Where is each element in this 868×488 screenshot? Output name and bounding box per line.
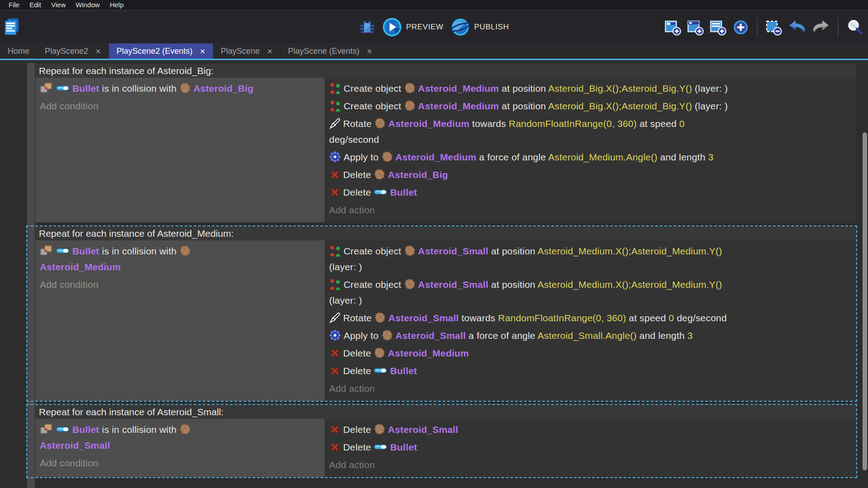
asteroid-icon (404, 278, 415, 290)
tab-playscene-events[interactable]: PlayScene (Events)✕ (280, 43, 380, 59)
tab-label: PlayScene2 (Events) (117, 47, 193, 56)
asteroid-icon (404, 245, 415, 257)
instruction-text: (layer: ) (692, 101, 728, 111)
instruction-text: Apply to (344, 330, 382, 341)
create-object-icon (329, 278, 341, 291)
action-row[interactable]: Delete Bullet (329, 438, 852, 456)
add-event-icon[interactable] (665, 19, 681, 36)
tab-close-icon[interactable]: ✕ (200, 48, 206, 55)
action-row[interactable]: Delete Asteroid_Small (329, 421, 852, 438)
instruction-text: Delete (343, 348, 374, 358)
events-list: Repeat for each instance of Asteroid_Big… (26, 63, 857, 478)
asteroid-icon (374, 347, 385, 359)
menu-item-help[interactable]: Help (105, 0, 129, 10)
instruction-text: at position (499, 83, 548, 94)
add-action-button[interactable]: Add action (329, 380, 852, 397)
instruction-text: Delete (343, 442, 374, 452)
actions-panel: Delete Asteroid_SmallDelete BulletAdd ac… (325, 419, 856, 477)
action-row[interactable]: Apply to Asteroid_Medium a force of angl… (329, 148, 852, 166)
toolbar-separator (838, 18, 839, 37)
asteroid-icon (179, 423, 191, 435)
object-name: Asteroid_Medium (396, 152, 476, 162)
menu-item-window[interactable]: Window (71, 0, 104, 10)
instruction-text: Create object (344, 101, 404, 111)
bullet-icon (374, 367, 387, 374)
tab-home[interactable]: Home (0, 43, 37, 59)
conditions-panel: Bullet is in collision with Asteroid_Big… (35, 78, 325, 222)
condition-row[interactable]: Bullet is in collision with Asteroid_Med… (40, 242, 320, 276)
rotate-icon (329, 118, 340, 129)
force-icon (329, 151, 341, 163)
toolbar-separator (757, 18, 758, 37)
asteroid-icon (382, 329, 393, 341)
add-condition-button[interactable]: Add condition (40, 276, 320, 293)
instruction-text: Delete (343, 169, 374, 180)
action-row[interactable]: Delete Asteroid_Medium (329, 344, 852, 362)
scrollbar-thumb[interactable] (863, 132, 867, 470)
object-name: Asteroid_Small (418, 246, 489, 256)
add-comment-icon[interactable] (710, 19, 726, 36)
tab-playscene[interactable]: PlayScene✕ (213, 43, 280, 59)
add-action-button[interactable]: Add action (329, 456, 852, 474)
object-name: Asteroid_Small (388, 424, 458, 435)
action-row[interactable]: Delete Bullet (329, 183, 852, 201)
expression-value: 3 (708, 152, 713, 162)
publish-button[interactable]: PUBLISH (451, 18, 509, 37)
expression-value: 0 (679, 118, 685, 129)
asteroid-icon (404, 100, 415, 112)
event-block[interactable]: Repeat for each instance of Asteroid_Sma… (26, 404, 857, 478)
action-row[interactable]: Rotate Asteroid_Medium towards RandomFlo… (329, 115, 852, 148)
action-row[interactable]: Apply to Asteroid_Small a force of angle… (329, 327, 852, 344)
tab-close-icon[interactable]: ✕ (267, 48, 273, 55)
remove-selection-icon[interactable] (765, 19, 782, 36)
action-row[interactable]: Rotate Asteroid_Small towards RandomFloa… (329, 309, 852, 327)
instruction-text: Apply to (344, 152, 382, 162)
event-block[interactable]: Repeat for each instance of Asteroid_Big… (26, 63, 857, 223)
menu-item-edit[interactable]: Edit (24, 0, 46, 10)
object-name: Bullet (72, 246, 99, 256)
action-row[interactable]: Delete Asteroid_Big (329, 166, 852, 183)
menu-item-file[interactable]: File (4, 0, 24, 10)
instruction-text: is in collision with (99, 83, 179, 94)
add-condition-button[interactable]: Add condition (40, 454, 320, 472)
add-subevent-icon[interactable] (687, 19, 704, 36)
debug-icon[interactable] (359, 19, 375, 35)
undo-icon[interactable] (788, 19, 806, 35)
action-row[interactable]: Create object Asteroid_Medium at positio… (329, 97, 852, 115)
instruction-text: at position (488, 246, 538, 256)
force-icon (329, 329, 341, 341)
instruction-text: at speed (637, 118, 679, 129)
object-name: Asteroid_Small (396, 330, 466, 341)
event-repeat-header[interactable]: Repeat for each instance of Asteroid_Sma… (35, 405, 856, 419)
preview-button[interactable]: PREVIEW (382, 18, 443, 37)
choose-event-icon[interactable] (732, 19, 749, 36)
action-row[interactable]: Create object Asteroid_Small at position… (329, 276, 852, 309)
expression-value: Asteroid_Medium.X();Asteroid_Medium.Y() (538, 246, 722, 256)
add-condition-button[interactable]: Add condition (40, 97, 320, 115)
collision-icon (40, 423, 53, 435)
action-row[interactable]: Create object Asteroid_Medium at positio… (329, 80, 852, 97)
instruction-text: towards (469, 118, 509, 129)
expression-value: Asteroid_Medium.Angle() (548, 152, 658, 162)
search-icon[interactable] (846, 19, 863, 36)
tab-close-icon[interactable]: ✕ (367, 48, 373, 55)
action-row[interactable]: Create object Asteroid_Small at position… (329, 242, 852, 276)
add-action-button[interactable]: Add action (329, 201, 852, 219)
tab-close-icon[interactable]: ✕ (95, 48, 101, 55)
redo-icon (812, 19, 830, 35)
event-block[interactable]: Repeat for each instance of Asteroid_Med… (26, 225, 857, 402)
gdevelop-logo[interactable] (4, 18, 20, 37)
object-name: Asteroid_Big (193, 83, 254, 94)
tab-playscene2[interactable]: PlayScene2✕ (37, 43, 109, 59)
menu-item-view[interactable]: View (46, 0, 71, 10)
event-repeat-header[interactable]: Repeat for each instance of Asteroid_Med… (35, 226, 856, 240)
asteroid-icon (374, 423, 385, 435)
tab-playscene2-events[interactable]: PlayScene2 (Events)✕ (109, 43, 213, 59)
instruction-text: Rotate (343, 313, 374, 323)
event-repeat-header[interactable]: Repeat for each instance of Asteroid_Big… (35, 64, 856, 78)
condition-row[interactable]: Bullet is in collision with Asteroid_Sma… (40, 421, 320, 454)
toolbar-right-group (665, 18, 863, 37)
condition-row[interactable]: Bullet is in collision with Asteroid_Big (40, 80, 320, 97)
play-icon (382, 18, 401, 37)
action-row[interactable]: Delete Bullet (329, 362, 852, 380)
